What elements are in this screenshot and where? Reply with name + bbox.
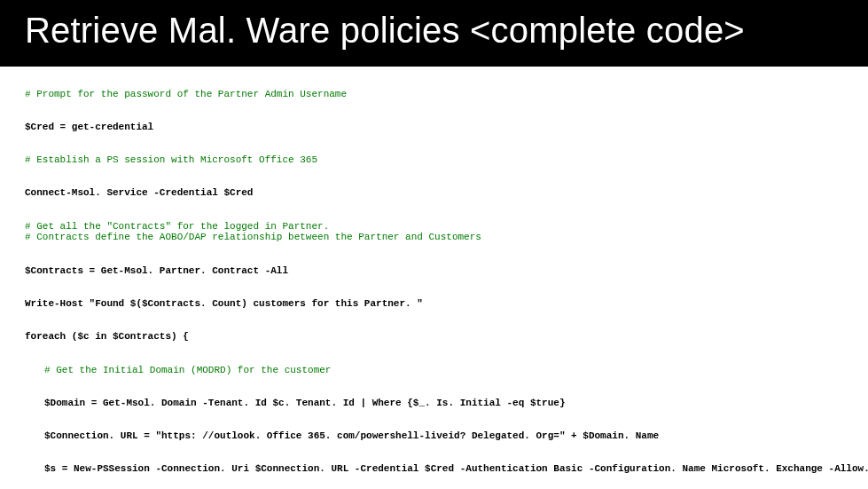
code-comment: # Establish a PS session with Microsoft … [25, 154, 317, 165]
code-line: Connect-Msol. Service -Credential $Cred [25, 187, 253, 198]
code-block: # Prompt for the password of the Partner… [0, 67, 868, 489]
code-comment: # Prompt for the password of the Partner… [25, 89, 347, 99]
code-line: $Cred = get-credential [25, 122, 153, 132]
code-comment: # Get all the "Contracts" for the logged… [25, 221, 329, 232]
slide-title: Retrieve Mal. Ware policies <complete co… [0, 0, 868, 67]
code-comment: # Contracts define the AOBO/DAP relation… [25, 232, 481, 242]
code-line: $Domain = Get-Msol. Domain -Tenant. Id $… [44, 398, 566, 408]
code-line: $Connection. URL = "https: //outlook. Of… [44, 430, 659, 441]
code-comment: # Get the Initial Domain (MODRD) for the… [44, 365, 331, 375]
code-line: $Contracts = Get-Msol. Partner. Contract… [25, 265, 288, 276]
code-line: $s = New-PSSession -Connection. Uri $Con… [44, 463, 868, 474]
code-line: Write-Host "Found $($Contracts. Count) c… [25, 298, 423, 309]
slide: Retrieve Mal. Ware policies <complete co… [0, 0, 868, 489]
code-line: foreach ($c in $Contracts) { [25, 331, 189, 342]
